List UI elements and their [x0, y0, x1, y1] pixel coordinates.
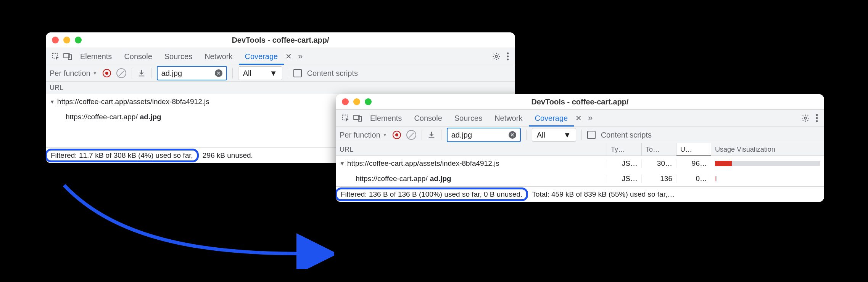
inspect-icon[interactable]: [50, 52, 62, 61]
granularity-label: Per function: [50, 69, 90, 78]
close-tab-icon[interactable]: ✕: [575, 114, 582, 123]
type-filter-dropdown[interactable]: All▼: [532, 128, 576, 142]
svg-point-3: [495, 55, 498, 58]
filter-value: ad.jpg: [161, 69, 211, 78]
titlebar: DevTools - coffee-cart.app/: [46, 32, 515, 48]
content-scripts-checkbox[interactable]: [587, 131, 596, 139]
granularity-dropdown[interactable]: Per function▼: [50, 69, 97, 78]
col-url[interactable]: URL: [46, 82, 515, 94]
type-filter-value: All: [243, 69, 251, 78]
inspect-icon[interactable]: [340, 114, 352, 122]
record-button[interactable]: [103, 69, 111, 77]
kebab-menu-icon[interactable]: [816, 114, 818, 122]
granularity-dropdown[interactable]: Per function▼: [340, 131, 387, 139]
total-cell: 136: [642, 175, 676, 183]
column-headers: URL Ty… To… U… Usage Visualization: [336, 143, 824, 156]
settings-icon[interactable]: [492, 52, 501, 61]
window-title: DevTools - coffee-cart.app/: [336, 98, 824, 106]
settings-icon[interactable]: [801, 114, 810, 122]
table-row[interactable]: https://coffee-cart.app/ad.jpg JS… 136 0…: [336, 171, 824, 186]
devtools-window-after: DevTools - coffee-cart.app/ Elements Con…: [336, 94, 824, 202]
col-unused[interactable]: U…: [676, 143, 711, 155]
clear-button[interactable]: [116, 68, 126, 78]
url-cell-match: ad.jpg: [140, 113, 161, 121]
tab-elements[interactable]: Elements: [74, 48, 118, 65]
minimize-button[interactable]: [63, 37, 70, 43]
unused-cell: 96…: [676, 159, 711, 168]
content-scripts-label: Content scripts: [307, 69, 358, 78]
total-cell: 30…: [642, 159, 676, 168]
url-filter-input[interactable]: ad.jpg ✕: [447, 128, 521, 142]
col-type[interactable]: Ty…: [607, 143, 642, 155]
coverage-table: ▼https://coffee-cart.app/assets/index-8b…: [336, 156, 824, 186]
tab-coverage[interactable]: Coverage: [529, 110, 574, 127]
unused-cell: 0…: [676, 175, 711, 183]
usage-bar: [711, 176, 824, 181]
svg-rect-9: [358, 116, 361, 121]
expand-caret-icon[interactable]: ▼: [340, 160, 345, 167]
record-button[interactable]: [393, 131, 401, 139]
url-cell-match: ad.jpg: [430, 175, 451, 183]
tab-coverage[interactable]: Coverage: [239, 48, 284, 65]
window-controls: [336, 98, 372, 105]
expand-caret-icon[interactable]: ▼: [50, 99, 55, 105]
url-cell: https://coffee-cart.app/assets/index-8bf…: [57, 98, 209, 106]
tab-elements[interactable]: Elements: [364, 110, 408, 127]
svg-point-12: [816, 117, 818, 119]
tab-sources[interactable]: Sources: [448, 110, 488, 127]
device-toggle-icon[interactable]: [352, 114, 364, 122]
more-tabs-icon[interactable]: »: [294, 51, 306, 61]
clear-filter-icon[interactable]: ✕: [215, 69, 222, 77]
panel-tabs: Elements Console Sources Network Coverag…: [46, 48, 515, 65]
close-button[interactable]: [342, 98, 349, 105]
table-row[interactable]: ▼https://coffee-cart.app/assets/index-8b…: [336, 156, 824, 171]
status-filtered: Filtered: 11.7 kB of 308 kB (4%) used so…: [46, 149, 199, 162]
type-filter-value: All: [537, 131, 545, 139]
type-cell: JS…: [607, 159, 642, 168]
close-tab-icon[interactable]: ✕: [285, 52, 292, 61]
close-button[interactable]: [52, 37, 59, 43]
col-total[interactable]: To…: [642, 143, 676, 155]
svg-point-5: [507, 56, 509, 58]
device-toggle-icon[interactable]: [62, 53, 74, 60]
status-bar: Filtered: 136 B of 136 B (100%) used so …: [336, 186, 824, 202]
titlebar: DevTools - coffee-cart.app/: [336, 94, 824, 109]
tab-sources[interactable]: Sources: [158, 48, 198, 65]
granularity-label: Per function: [340, 131, 380, 139]
status-filtered: Filtered: 136 B of 136 B (100%) used so …: [336, 187, 528, 201]
zoom-button[interactable]: [75, 37, 82, 43]
clear-button[interactable]: [406, 130, 416, 140]
status-total: Total: 459 kB of 839 kB (55%) used so fa…: [528, 189, 824, 199]
tab-network[interactable]: Network: [488, 110, 528, 127]
kebab-menu-icon[interactable]: [507, 52, 509, 61]
coverage-toolbar: Per function▼ ad.jpg ✕ All▼ Content scri…: [46, 65, 515, 82]
tab-network[interactable]: Network: [198, 48, 238, 65]
col-url[interactable]: URL: [336, 143, 607, 155]
svg-point-11: [816, 114, 818, 116]
zoom-button[interactable]: [365, 98, 372, 105]
minimize-button[interactable]: [353, 98, 360, 105]
type-cell: JS…: [607, 175, 642, 183]
coverage-toolbar: Per function▼ ad.jpg ✕ All▼ Content scri…: [336, 127, 824, 143]
more-tabs-icon[interactable]: »: [584, 113, 596, 123]
svg-rect-2: [68, 54, 71, 59]
url-cell: https://coffee-cart.app/assets/index-8bf…: [347, 159, 499, 168]
clear-filter-icon[interactable]: ✕: [509, 131, 516, 139]
window-title: DevTools - coffee-cart.app/: [46, 36, 515, 45]
tab-console[interactable]: Console: [118, 48, 158, 65]
export-icon[interactable]: [427, 131, 436, 139]
usage-bar-used: [715, 161, 732, 166]
url-cell-prefix: https://coffee-cart.app/: [66, 113, 138, 121]
col-usage-vis[interactable]: Usage Visualization: [711, 143, 824, 155]
content-scripts-label: Content scripts: [601, 131, 652, 139]
window-controls: [46, 37, 82, 43]
url-filter-input[interactable]: ad.jpg ✕: [157, 66, 227, 80]
svg-point-4: [507, 53, 509, 54]
usage-bar: [711, 161, 824, 166]
url-cell-prefix: https://coffee-cart.app/: [356, 175, 428, 183]
svg-point-6: [507, 59, 509, 61]
content-scripts-checkbox[interactable]: [293, 69, 302, 77]
type-filter-dropdown[interactable]: All▼: [238, 66, 282, 80]
tab-console[interactable]: Console: [408, 110, 448, 127]
export-icon[interactable]: [137, 69, 146, 77]
